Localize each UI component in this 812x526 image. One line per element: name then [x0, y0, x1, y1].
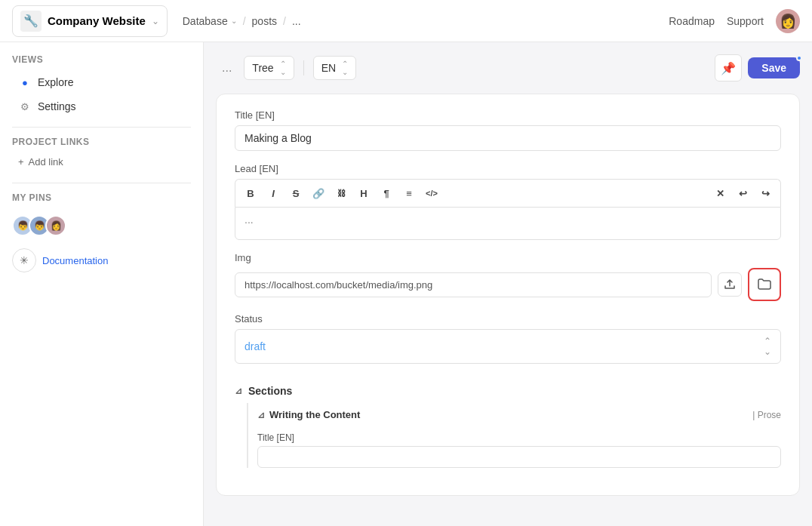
img-field-row	[235, 268, 781, 301]
brand-button[interactable]: 🔧 Company Website ⌄	[12, 5, 168, 37]
rte-link-button[interactable]: 🔗	[308, 183, 329, 204]
rte-heading-button[interactable]: H	[353, 183, 374, 204]
content-toolbar: ... Tree ⌃⌄ EN ⌃⌄ 📌 Save	[216, 54, 800, 82]
add-link-button[interactable]: + Add link	[12, 153, 191, 171]
prose-badge: | Prose	[752, 410, 781, 420]
nav-database[interactable]: Database ⌄	[183, 15, 237, 27]
rte-toolbar: B I S 🔗 ⛓ H ¶ ≡ </> ✕ ↩ ↪	[235, 179, 781, 207]
status-field-group: Status draft ⌃⌄	[235, 313, 781, 364]
brand-chevron-icon: ⌄	[152, 16, 159, 26]
support-link[interactable]: Support	[727, 15, 764, 27]
sections-header[interactable]: ⊿ Sections	[235, 376, 781, 403]
rte-redo-button[interactable]: ↪	[755, 183, 776, 204]
img-upload-button[interactable]	[718, 272, 742, 297]
sub-title-label: Title [EN]	[257, 432, 781, 443]
lead-field-group: Lead [EN] B I S 🔗 ⛓ H ¶ ≡ </> ✕ ↩ ↪	[235, 163, 781, 240]
img-url-input[interactable]	[235, 272, 712, 297]
rte-clear-button[interactable]: ✕	[709, 183, 730, 204]
folder-icon	[757, 277, 772, 292]
nav-more[interactable]: ...	[292, 15, 301, 27]
my-pins-section: My pins	[12, 192, 191, 203]
rte-content[interactable]: ...	[235, 207, 781, 240]
rte-strikethrough-button[interactable]: S	[285, 183, 306, 204]
content-area: ... Tree ⌃⌄ EN ⌃⌄ 📌 Save Title [EN]	[204, 42, 812, 526]
lang-label: EN	[321, 62, 336, 74]
rte-paragraph-button[interactable]: ¶	[376, 183, 397, 204]
roadmap-link[interactable]: Roadmap	[669, 15, 715, 27]
header: 🔧 Company Website ⌄ Database ⌄ / posts /…	[0, 0, 812, 42]
project-links-section: Project links + Add link	[12, 137, 191, 171]
status-value: draft	[245, 340, 266, 352]
status-label: Status	[235, 313, 781, 325]
settings-label: Settings	[38, 100, 76, 112]
status-arrows-icon: ⌃⌄	[764, 336, 771, 357]
database-chevron-icon: ⌄	[231, 17, 237, 25]
toolbar-divider	[303, 60, 304, 75]
sections-group: ⊿ Sections ⊿ Writing the Content | Prose…	[235, 376, 781, 468]
lang-selector[interactable]: EN ⌃⌄	[313, 56, 356, 80]
header-actions: Roadmap Support 👩	[669, 9, 800, 33]
pin-button[interactable]: 📌	[715, 54, 742, 82]
divider-2	[12, 183, 191, 183]
img-label: Img	[235, 252, 781, 263]
doc-label: Documentation	[42, 255, 108, 266]
title-label: Title [EN]	[235, 109, 781, 121]
brand-name: Company Website	[48, 14, 146, 27]
view-selector[interactable]: Tree ⌃⌄	[244, 56, 294, 80]
toolbar-ellipsis[interactable]: ...	[216, 58, 238, 78]
divider-1	[12, 127, 191, 128]
upload-icon	[724, 278, 736, 291]
plus-icon: +	[18, 156, 24, 168]
nav-sep-2: /	[283, 15, 286, 27]
user-avatar[interactable]: 👩	[776, 9, 800, 33]
nav-sep-1: /	[243, 15, 246, 27]
sub-title-input[interactable]	[257, 446, 781, 468]
explore-label: Explore	[38, 76, 73, 88]
sections-expand-icon: ⊿	[235, 386, 242, 396]
documentation-item[interactable]: ✳ Documentation	[12, 248, 191, 272]
img-folder-button[interactable]	[748, 268, 781, 301]
views-title: Views	[12, 54, 191, 65]
project-links-title: Project links	[12, 137, 191, 147]
rte-bold-button[interactable]: B	[240, 183, 261, 204]
view-label: Tree	[252, 62, 273, 74]
subsection-header: ⊿ Writing the Content | Prose	[257, 403, 781, 426]
lead-label: Lead [EN]	[235, 163, 781, 174]
subsection-writing: ⊿ Writing the Content | Prose Title [EN]	[247, 403, 781, 468]
my-pins-title: My pins	[12, 192, 191, 203]
sections-label: Sections	[248, 385, 292, 397]
lang-chevron-icon: ⌃⌄	[342, 60, 348, 76]
doc-icon: ✳	[12, 248, 36, 272]
main-layout: Views ● Explore ⚙ Settings Project links…	[0, 42, 812, 526]
status-select[interactable]: draft ⌃⌄	[235, 329, 781, 364]
rte-unlink-button[interactable]: ⛓	[331, 183, 352, 204]
title-input[interactable]	[235, 125, 781, 151]
rte-code-button[interactable]: </>	[421, 183, 442, 204]
view-chevron-icon: ⌃⌄	[280, 60, 286, 76]
sidebar-item-settings[interactable]: ⚙ Settings	[12, 95, 191, 118]
form-card: Title [EN] Lead [EN] B I S 🔗 ⛓ H ¶ ≡ </>	[216, 94, 800, 496]
save-button[interactable]: Save	[748, 57, 800, 78]
user-avatars: 👦 👦 👩	[12, 215, 191, 236]
nav-posts[interactable]: posts	[252, 15, 277, 27]
rte-italic-button[interactable]: I	[263, 183, 284, 204]
brand-icon: 🔧	[20, 11, 42, 32]
header-nav: Database ⌄ / posts / ...	[183, 15, 660, 27]
subsection-title: ⊿ Writing the Content	[257, 409, 360, 420]
explore-icon: ●	[18, 75, 32, 89]
avatar-3[interactable]: 👩	[45, 215, 66, 236]
sidebar: Views ● Explore ⚙ Settings Project links…	[0, 42, 204, 526]
settings-icon: ⚙	[18, 100, 32, 113]
subsection-expand-icon[interactable]: ⊿	[257, 410, 265, 420]
sidebar-item-explore[interactable]: ● Explore	[12, 71, 191, 94]
rte-list-button[interactable]: ≡	[398, 183, 420, 204]
rte-undo-button[interactable]: ↩	[732, 183, 753, 204]
title-field-group: Title [EN]	[235, 109, 781, 151]
save-dot	[796, 55, 802, 61]
img-field-group: Img	[235, 252, 781, 301]
